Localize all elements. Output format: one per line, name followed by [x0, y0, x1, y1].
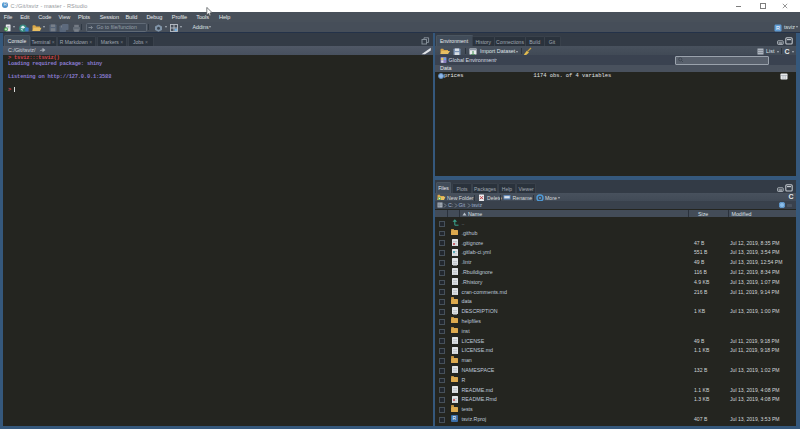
svg-text:R: R	[776, 25, 780, 31]
